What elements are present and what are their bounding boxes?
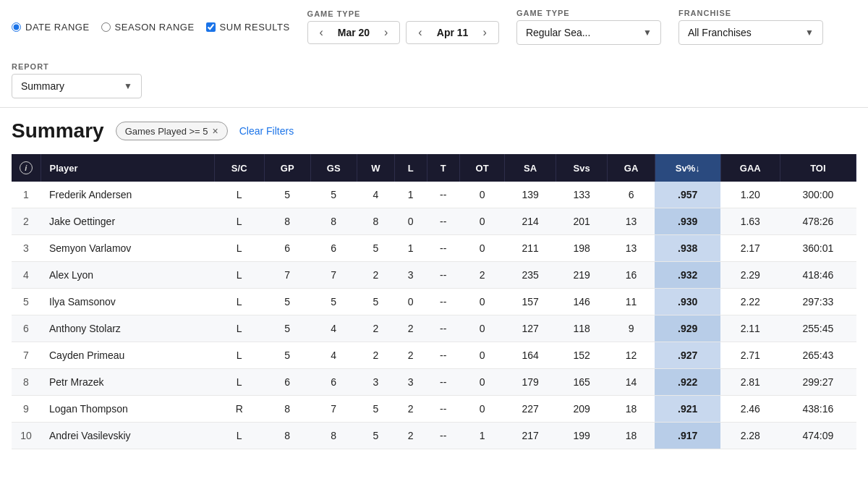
table-cell: 7 (12, 342, 41, 369)
col-gaa[interactable]: GAA (720, 154, 780, 182)
table-cell: 5 (357, 423, 394, 449)
table-cell: 5 (264, 342, 310, 369)
table-cell: 2 (12, 208, 41, 235)
game-type-control: GAME TYPE ‹ Mar 20 › ‹ Apr 11 › (307, 9, 499, 44)
table-cell: 6 (608, 182, 655, 208)
col-gp[interactable]: GP (264, 154, 310, 182)
table-cell: 179 (505, 369, 556, 396)
table-cell: .930 (655, 289, 720, 315)
table-cell: Frederik Andersen (41, 182, 214, 208)
filter-tag-remove[interactable]: × (213, 125, 218, 137)
table-cell: 198 (556, 235, 608, 262)
col-info[interactable]: i (12, 154, 41, 182)
table-cell: 10 (12, 423, 41, 449)
main-content: Summary Games Played >= 5 × Clear Filter… (0, 108, 868, 449)
col-w[interactable]: W (357, 154, 394, 182)
table-cell: 299:27 (780, 369, 856, 396)
table-cell: 3 (357, 369, 394, 396)
start-date-prev[interactable]: ‹ (317, 26, 326, 39)
table-cell: 0 (459, 235, 505, 262)
table-row: 1Frederik AndersenL5541--01391336.9571.2… (12, 182, 856, 208)
col-svs[interactable]: Svs (556, 154, 608, 182)
table-cell: 8 (310, 208, 357, 235)
table-cell: L (214, 182, 264, 208)
table-cell: L (214, 289, 264, 315)
game-type-label: GAME TYPE (307, 9, 499, 18)
info-icon[interactable]: i (20, 161, 33, 174)
table-cell: 157 (505, 289, 556, 315)
top-bar: DATE RANGE SEASON RANGE SUM RESULTS GAME… (0, 0, 868, 108)
table-cell: 5 (310, 182, 357, 208)
report-dropdown[interactable]: Summary ▼ (12, 74, 142, 98)
sum-results-checkbox[interactable]: SUM RESULTS (206, 22, 290, 33)
col-ot[interactable]: OT (459, 154, 505, 182)
table-cell: .927 (655, 342, 720, 369)
table-cell: 199 (556, 423, 608, 449)
col-ga[interactable]: GA (608, 154, 655, 182)
table-cell: 219 (556, 262, 608, 289)
col-sa[interactable]: SA (505, 154, 556, 182)
col-player[interactable]: Player (41, 154, 214, 182)
clear-filters-button[interactable]: Clear Filters (239, 125, 294, 137)
table-cell: 201 (556, 208, 608, 235)
table-cell: 265:43 (780, 342, 856, 369)
table-row: 6Anthony StolarzL5422--01271189.9292.112… (12, 315, 856, 342)
table-row: 10Andrei VasilevskiyL8852--121719918.917… (12, 423, 856, 449)
table-cell: .938 (655, 235, 720, 262)
table-cell: 1.63 (720, 208, 780, 235)
table-cell: 8 (12, 369, 41, 396)
table-cell: -- (427, 262, 459, 289)
table-cell: 118 (556, 315, 608, 342)
table-row: 5Ilya SamsonovL5550--015714611.9302.2229… (12, 289, 856, 315)
start-date-next[interactable]: › (381, 26, 391, 39)
table-cell: 0 (394, 208, 427, 235)
col-gs[interactable]: GS (310, 154, 357, 182)
col-svpct[interactable]: Sv%↓ (655, 154, 720, 182)
end-date-prev[interactable]: ‹ (415, 26, 425, 39)
franchise-section-label: FRANCHISE (678, 9, 823, 17)
table-cell: L (214, 423, 264, 449)
end-date-next[interactable]: › (480, 26, 490, 39)
table-cell: 14 (608, 369, 655, 396)
table-cell: 2 (357, 262, 394, 289)
table-cell: 18 (608, 423, 655, 449)
table-cell: 2.71 (720, 342, 780, 369)
table-cell: 11 (608, 289, 655, 315)
col-l[interactable]: L (394, 154, 427, 182)
date-range-radio[interactable]: DATE RANGE (12, 22, 90, 33)
col-t[interactable]: T (427, 154, 459, 182)
table-cell: 3 (12, 235, 41, 262)
season-range-radio[interactable]: SEASON RANGE (101, 22, 195, 33)
date-season-toggle: DATE RANGE SEASON RANGE SUM RESULTS (12, 22, 290, 33)
filter-tag-text: Games Played >= 5 (125, 126, 208, 137)
table-cell: 5 (12, 289, 41, 315)
table-cell: 6 (264, 369, 310, 396)
report-section-label: REPORT (12, 62, 142, 71)
page-title: Summary (12, 119, 104, 143)
stats-table: i Player S/C GP GS W L T OT SA Svs GA Sv… (12, 154, 856, 449)
col-toi[interactable]: TOI (780, 154, 856, 182)
content-header: Summary Games Played >= 5 × Clear Filter… (12, 119, 856, 143)
table-cell: 8 (310, 423, 357, 449)
table-cell: 4 (12, 262, 41, 289)
table-cell: 8 (357, 208, 394, 235)
game-type-dropdown[interactable]: Regular Sea... ▼ (516, 20, 661, 45)
franchise-dropdown[interactable]: All Franchises ▼ (678, 20, 823, 45)
table-cell: 1 (394, 182, 427, 208)
table-cell: -- (427, 315, 459, 342)
table-cell: 165 (556, 369, 608, 396)
table-cell: 2 (459, 262, 505, 289)
table-cell: .939 (655, 208, 720, 235)
table-cell: 2.11 (720, 315, 780, 342)
table-cell: 12 (608, 342, 655, 369)
table-cell: 13 (608, 208, 655, 235)
table-cell: 5 (310, 289, 357, 315)
table-cell: 438:16 (780, 396, 856, 423)
table-cell: -- (427, 423, 459, 449)
table-cell: 5 (357, 396, 394, 423)
table-cell: 5 (264, 289, 310, 315)
table-cell: 3 (394, 262, 427, 289)
franchise-value: All Franchises (688, 27, 752, 38)
col-sc[interactable]: S/C (214, 154, 264, 182)
filter-tag[interactable]: Games Played >= 5 × (116, 122, 228, 140)
